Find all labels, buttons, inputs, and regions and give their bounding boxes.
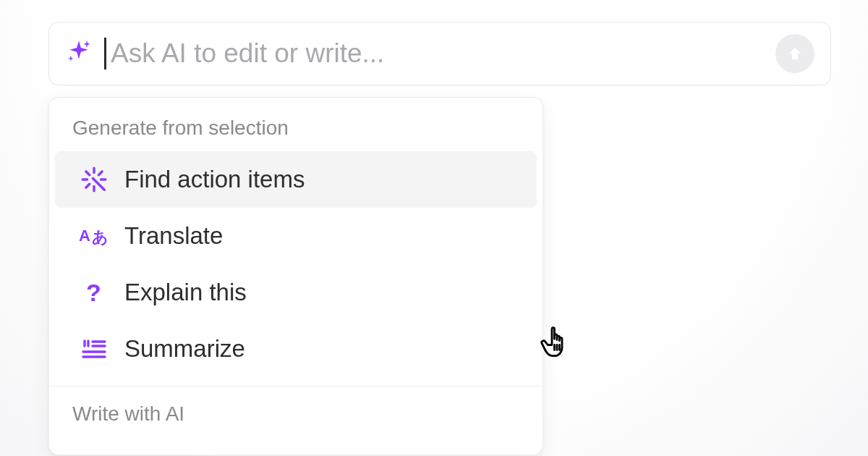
arrow-up-icon <box>785 43 805 64</box>
summarize-icon <box>72 339 116 359</box>
sparkle-icon <box>65 38 93 69</box>
menu-item-label: Explain this <box>116 279 247 306</box>
menu-section-header-generate: Generate from selection <box>49 117 542 151</box>
menu-section-header-write: Write with AI <box>72 402 519 426</box>
svg-line-4 <box>86 172 90 175</box>
send-button[interactable] <box>775 34 814 73</box>
menu-item-translate[interactable]: A あ Translate <box>55 208 537 264</box>
svg-line-5 <box>98 172 102 175</box>
menu-item-label: Translate <box>116 222 223 250</box>
menu-item-summarize[interactable]: Summarize <box>55 321 537 377</box>
svg-text:A: A <box>79 227 90 245</box>
ai-input-bar[interactable] <box>48 22 831 85</box>
menu-item-find-action-items[interactable]: Find action items <box>55 151 537 208</box>
menu-item-explain-this[interactable]: ? Explain this <box>55 264 537 321</box>
svg-text:あ: あ <box>92 228 109 246</box>
translate-icon: A あ <box>72 225 116 247</box>
menu-item-label: Find action items <box>116 166 305 193</box>
wand-icon <box>72 166 116 193</box>
question-icon: ? <box>72 279 116 305</box>
text-caret <box>104 38 106 69</box>
svg-line-6 <box>86 184 90 187</box>
svg-text:?: ? <box>86 279 101 305</box>
ai-prompt-input[interactable] <box>111 38 775 69</box>
menu-item-label: Summarize <box>116 335 245 363</box>
ai-actions-menu: Generate from selection Find action item… <box>48 97 543 455</box>
